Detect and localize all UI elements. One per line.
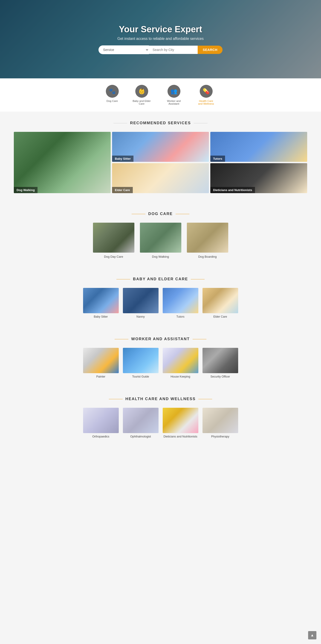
tutors-image: [163, 288, 198, 313]
rec-card-dog-walking[interactable]: Dog Walking: [14, 132, 111, 193]
service-physiotherapy[interactable]: Physiotherapy: [202, 408, 238, 438]
worker-grid: Painter Tourist Guide House Keeping Secu…: [14, 348, 307, 378]
elder-care-image: [202, 288, 238, 313]
worker-label: Worker and Assistant: [165, 100, 183, 105]
rec-card-baby-sitter[interactable]: Baby Sitter: [112, 132, 209, 162]
dog-day-care-image: [93, 223, 134, 252]
baby-sitter-label: Baby Sitter: [94, 315, 108, 318]
dieticians-label: Dieticians and Nutritionists: [163, 435, 197, 438]
search-button[interactable]: SEARCH: [198, 46, 222, 54]
baby-elder-label: Baby and Elder Care: [133, 100, 151, 105]
hero-subtitle: Get instant access to reliable and affor…: [99, 37, 222, 41]
baby-sitter-image: [83, 288, 119, 313]
category-health[interactable]: 💊 Health Care and Wellness: [197, 85, 215, 105]
ophthalmologist-image: [123, 408, 159, 433]
search-bar: Service Dog Care Baby and Elder Care Wor…: [99, 46, 222, 54]
nanny-label: Nanny: [137, 315, 145, 318]
health-label: Health Care and Wellness: [197, 100, 215, 105]
rec-label-dog-walking: Dog Walking: [14, 187, 37, 193]
category-dog-care[interactable]: 🐾 Dog Care: [106, 85, 119, 105]
rec-label-elder-care: Elder Care: [112, 187, 133, 193]
baby-elder-title: BABY AND ELDER CARE: [14, 277, 307, 282]
dog-walking-image: [140, 223, 181, 252]
rec-card-dieticians[interactable]: Dieticians and Nutritionists: [210, 163, 307, 193]
service-select[interactable]: Service Dog Care Baby and Elder Care Wor…: [99, 46, 149, 54]
service-elder-care[interactable]: Elder Care: [202, 288, 238, 318]
painter-label: Painter: [96, 375, 105, 378]
dog-care-grid: Dog Day Care Dog Walking Dog Boarding: [14, 223, 307, 258]
health-title: HEALTH CARE AND WELLNESS: [14, 397, 307, 401]
service-dieticians[interactable]: Dieticians and Nutritionists: [163, 408, 198, 438]
dog-boarding-label: Dog Boarding: [198, 255, 216, 258]
service-painter[interactable]: Painter: [83, 348, 119, 378]
physiotherapy-label: Physiotherapy: [211, 435, 229, 438]
dog-walking-label: Dog Walking: [152, 255, 169, 258]
worker-title: WORKER AND ASSISTANT: [14, 337, 307, 341]
worker-section: WORKER AND ASSISTANT Painter Tourist Gui…: [0, 328, 321, 388]
baby-elder-section: BABY AND ELDER CARE Baby Sitter Nanny Tu…: [0, 268, 321, 328]
security-officer-image: [202, 348, 238, 373]
dog-day-care-label: Dog Day Care: [104, 255, 123, 258]
orthopaedics-image: [83, 408, 119, 433]
category-worker[interactable]: 👥 Worker and Assistant: [165, 85, 183, 105]
dog-care-title: DOG CARE: [14, 212, 307, 216]
baby-elder-icon: 👶: [135, 85, 148, 98]
service-orthopaedics[interactable]: Orthopaedics: [83, 408, 119, 438]
health-icon: 💊: [200, 85, 213, 98]
ophthalmologist-label: Ophthalmologist: [130, 435, 151, 438]
health-grid: Orthopaedics Ophthalmologist Dieticians …: [14, 408, 307, 438]
security-officer-label: Security Officer: [211, 375, 230, 378]
service-dog-walking[interactable]: Dog Walking: [140, 223, 181, 258]
service-house-keeping[interactable]: House Keeping: [163, 348, 198, 378]
service-baby-sitter[interactable]: Baby Sitter: [83, 288, 119, 318]
city-search-input[interactable]: [149, 46, 198, 54]
hero-section: Your Service Expert Get instant access t…: [0, 0, 321, 78]
orthopaedics-label: Orthopaedics: [92, 435, 109, 438]
service-ophthalmologist[interactable]: Ophthalmologist: [123, 408, 159, 438]
dog-care-section: DOG CARE Dog Day Care Dog Walking Dog Bo…: [0, 202, 321, 268]
rec-card-elder-care[interactable]: Elder Care: [112, 163, 209, 193]
category-nav: 🐾 Dog Care 👶 Baby and Elder Care 👥 Worke…: [0, 78, 321, 112]
tutors-label: Tutors: [176, 315, 184, 318]
worker-icon: 👥: [167, 85, 180, 98]
dog-boarding-image: [187, 223, 228, 252]
tourist-guide-label: Tourist Guide: [132, 375, 149, 378]
hero-title: Your Service Expert: [99, 24, 222, 34]
elder-care-label: Elder Care: [213, 315, 227, 318]
rec-card-tutors[interactable]: Tutors: [210, 132, 307, 162]
service-tourist-guide[interactable]: Tourist Guide: [123, 348, 159, 378]
service-nanny[interactable]: Nanny: [123, 288, 159, 318]
health-section: HEALTH CARE AND WELLNESS Orthopaedics Op…: [0, 388, 321, 448]
nanny-image: [123, 288, 159, 313]
service-security-officer[interactable]: Security Officer: [202, 348, 238, 378]
recommended-grid: Dog Walking Baby Sitter Tutors Elder Car…: [14, 132, 307, 193]
tourist-guide-image: [123, 348, 159, 373]
rec-label-tutors: Tutors: [210, 156, 225, 162]
dieticians-image: [163, 408, 198, 433]
dog-care-label: Dog Care: [107, 100, 118, 102]
house-keeping-label: House Keeping: [170, 375, 190, 378]
baby-elder-grid: Baby Sitter Nanny Tutors Elder Care: [14, 288, 307, 318]
category-baby-elder[interactable]: 👶 Baby and Elder Care: [133, 85, 151, 105]
rec-label-dieticians: Dieticians and Nutritionists: [210, 187, 255, 193]
dog-care-icon: 🐾: [106, 85, 119, 98]
recommended-section: RECOMMENDED SERVICES Dog Walking Baby Si…: [0, 112, 321, 202]
recommended-title: RECOMMENDED SERVICES: [14, 121, 307, 126]
rec-label-baby-sitter: Baby Sitter: [112, 156, 134, 162]
service-dog-boarding[interactable]: Dog Boarding: [187, 223, 228, 258]
service-tutors[interactable]: Tutors: [163, 288, 198, 318]
physiotherapy-image: [202, 408, 238, 433]
house-keeping-image: [163, 348, 198, 373]
painter-image: [83, 348, 119, 373]
service-dog-day-care[interactable]: Dog Day Care: [93, 223, 134, 258]
